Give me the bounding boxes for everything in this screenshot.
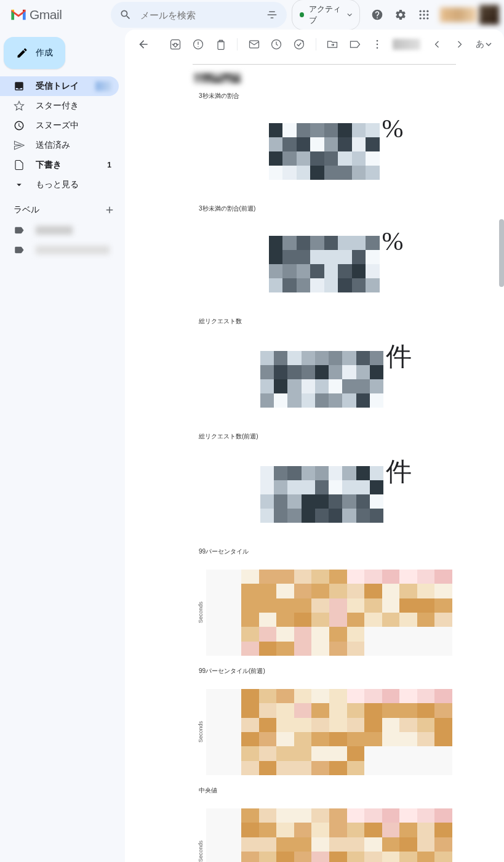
chart-label: 99パーセンタイル [199,547,479,556]
status-label: アクティブ [309,4,342,26]
message-toolbar: あ [125,30,504,59]
chart-container: Seconds [198,808,479,862]
mark-unread-icon[interactable] [244,33,264,55]
label-item[interactable] [0,220,125,240]
status-dot-icon [300,12,304,17]
draft-icon [14,159,25,171]
metric-label: 総リクエスト数(前週) [199,432,479,441]
inbox-count [95,81,111,91]
chart-label: 中央値 [199,786,479,795]
y-axis-label: Seconds [198,721,204,743]
add-task-icon[interactable] [289,33,310,55]
metric-value-row: 件 [168,454,479,523]
search-icon[interactable] [114,4,137,26]
metric-unit: 件 [386,454,412,489]
nav-label: 送信済み [36,140,70,151]
metric-value-row: 件 [168,339,479,408]
gmail-icon [10,8,27,22]
svg-point-4 [423,14,425,15]
status-dropdown[interactable]: アクティブ [292,0,360,30]
header: Gmail アクティブ [0,0,504,30]
nav-starred[interactable]: スター付き [0,96,119,116]
label-text-redacted [36,246,110,254]
snooze-icon[interactable] [266,33,287,55]
gmail-text: Gmail [30,7,62,22]
more-menu-icon[interactable] [367,33,388,55]
apps-icon[interactable] [413,4,435,26]
divider [193,64,456,65]
next-button[interactable] [449,33,470,55]
delete-icon[interactable] [210,33,231,55]
inbox-icon [14,81,25,92]
header-actions [366,4,435,26]
metric-value-redacted [260,466,383,523]
svg-point-6 [420,17,422,19]
scrollbar-thumb[interactable] [499,219,504,287]
nav-label: スター付き [36,100,79,111]
nav-label: 受信トレイ [36,81,79,92]
nav-label: もっと見る [36,179,79,190]
star-icon [14,100,25,111]
gmail-logo[interactable]: Gmail [10,7,62,22]
svg-point-8 [426,17,428,19]
label-icon [14,244,25,256]
nav-more[interactable]: もっと見る [0,175,119,195]
svg-point-15 [377,47,378,49]
chart-redacted [206,808,452,862]
metric-unit: 件 [386,339,412,374]
svg-rect-10 [249,41,258,48]
y-axis-label: Seconds [198,602,204,623]
metric-value-row: % [168,227,479,292]
svg-point-3 [420,14,422,15]
svg-point-12 [295,40,304,49]
plus-icon[interactable] [104,204,115,216]
svg-point-7 [423,17,425,19]
chart-block: 中央値 Seconds [198,786,479,862]
search-input[interactable] [140,10,257,20]
compose-button[interactable]: 作成 [4,37,65,69]
metric-value-row: % [168,114,479,180]
metric-value-redacted [269,236,380,292]
svg-point-0 [420,10,422,12]
y-axis-label: Seconds [198,840,204,862]
nav-label: 下書き [36,159,62,171]
label-item[interactable] [0,240,125,260]
mail-content: 3秒未満の割合 % 3秒未満の割合(前週) % 総リクエスト数 件 総リクエスト… [125,59,504,862]
chart-label: 99パーセンタイル(前週) [199,667,479,675]
account-avatar[interactable] [440,5,499,25]
clock-icon [14,120,25,131]
logo-area: Gmail [7,7,108,22]
search-bar[interactable] [111,2,287,28]
chevron-down-icon [347,12,352,18]
metric-block: 総リクエスト数(前週) 件 [168,432,479,523]
nav-drafts[interactable]: 下書き 1 [0,155,119,175]
metric-unit: % [382,227,404,256]
chart-block: 99パーセンタイル Seconds [198,547,479,656]
metric-value-redacted [260,351,383,408]
back-button[interactable] [134,33,154,55]
move-to-icon[interactable] [322,33,342,55]
chart-redacted [206,689,452,775]
metric-unit: % [382,114,404,143]
help-icon[interactable] [366,4,388,26]
nav-sent[interactable]: 送信済み [0,135,119,155]
nav-snoozed[interactable]: スヌーズ中 [0,116,119,135]
chart-container: Seconds [198,570,479,656]
draft-count: 1 [107,161,111,169]
nav-list: 受信トレイ スター付き スヌーズ中 送信済み 下書き 1 もっと見る [0,76,125,195]
svg-point-5 [426,14,428,15]
prev-button[interactable] [426,33,447,55]
labels-icon[interactable] [345,33,365,55]
chevron-down-icon [486,41,492,47]
nav-label: スヌーズ中 [36,120,79,131]
spam-icon[interactable] [188,33,209,55]
archive-icon[interactable] [166,33,186,55]
settings-icon[interactable] [390,4,412,26]
svg-point-13 [377,40,378,42]
nav-inbox[interactable]: 受信トレイ [0,76,119,96]
input-method-button[interactable]: あ [472,36,495,52]
metric-label: 3秒未満の割合 [199,92,479,100]
sidebar: 作成 受信トレイ スター付き スヌーズ中 送信済み 下書き 1 もっと見る [0,30,125,862]
chart-redacted [206,570,452,656]
search-options-icon[interactable] [261,4,283,26]
